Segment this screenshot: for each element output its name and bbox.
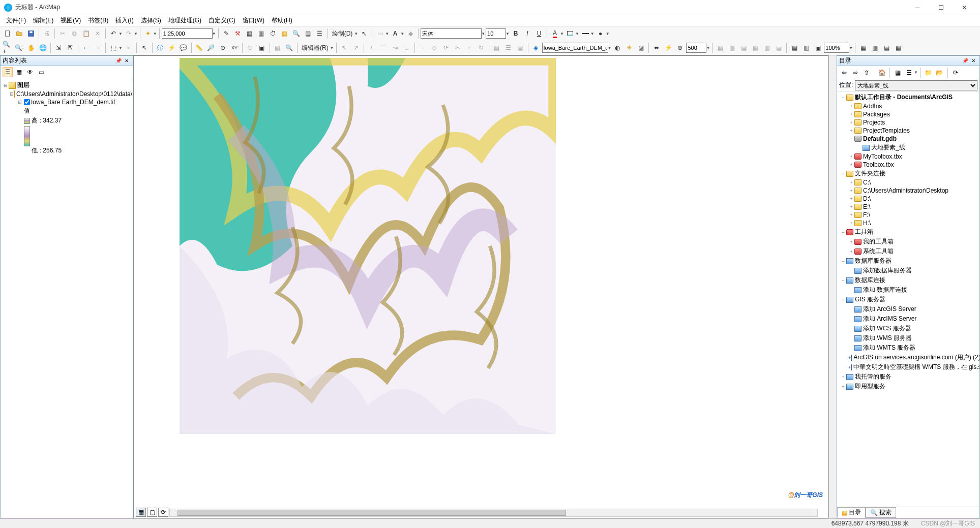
toolbox-icon[interactable]: ⚒ — [232, 28, 244, 39]
reviewer3-icon[interactable]: ▤ — [881, 42, 892, 53]
geo3-icon[interactable]: ▤ — [738, 42, 749, 53]
catalog-item[interactable]: +我托管的服务 — [838, 372, 978, 382]
point-icon[interactable]: · — [417, 42, 428, 53]
print-button[interactable]: 🖨 — [41, 28, 52, 39]
select-arrow-button[interactable]: ↖ — [139, 42, 150, 53]
cat-back-icon[interactable]: ⇦ — [839, 68, 849, 78]
maximize-button[interactable]: ☐ — [929, 0, 953, 15]
toc-pin-icon[interactable]: 📌 — [114, 57, 123, 65]
trace-icon[interactable]: ↝ — [390, 42, 401, 53]
undo-button[interactable]: ↶ — [108, 28, 119, 39]
toc-path[interactable]: C:\Users\Administrator\Desktop\0112\data… — [16, 90, 132, 98]
catalog-item[interactable]: +Packages — [838, 110, 978, 118]
catalog-item[interactable]: +中華文明之時空基礎架構 WMTS 服務，在 gis.sinica.edu.tw — [838, 362, 978, 372]
overview-icon[interactable]: ▦ — [272, 42, 283, 53]
toc-icon[interactable]: ☰ — [314, 28, 325, 39]
catalog-item[interactable]: 大地要素_线 — [838, 143, 978, 152]
fixed-zoom-out-icon[interactable]: ⇱ — [65, 42, 76, 53]
data-view-tab[interactable]: ▦ — [136, 508, 146, 517]
magnifier-icon[interactable]: 🔍 — [284, 42, 295, 53]
catalog-item[interactable]: +AddIns — [838, 102, 978, 110]
cut-polygon-icon[interactable]: ✂ — [452, 42, 463, 53]
create-viewer-icon[interactable]: ▣ — [256, 42, 268, 53]
find-button[interactable]: 🔎 — [205, 42, 217, 53]
catalog-item[interactable]: +ArcGIS on services.arcgisonline.com (用户… — [838, 353, 978, 362]
geo2-icon[interactable]: ▥ — [726, 42, 737, 53]
catalog-item[interactable]: +我的工具箱 — [838, 237, 978, 246]
forward-button[interactable]: → — [92, 42, 103, 53]
copy-button[interactable]: ⧉ — [69, 28, 80, 39]
reviewer4-icon[interactable]: ▦ — [893, 42, 904, 53]
geo4-icon[interactable]: ▦ — [750, 42, 761, 53]
delete-button[interactable]: ✕ — [92, 28, 103, 39]
split-tool-icon[interactable]: ⑂ — [464, 42, 475, 53]
font-color-button[interactable]: A — [549, 28, 560, 39]
reviewer2-icon[interactable]: ▥ — [869, 42, 880, 53]
font-size-combo[interactable] — [486, 28, 506, 39]
flicker-rate-input[interactable] — [686, 43, 706, 53]
effect-layer-icon[interactable]: ◈ — [530, 42, 542, 53]
catalog-item[interactable]: +E:\ — [838, 203, 978, 211]
goto-xy-button[interactable]: XY — [229, 42, 240, 53]
catalog-tab[interactable]: ▦目录 — [837, 507, 866, 518]
map-vscroll[interactable] — [828, 55, 837, 518]
python-icon[interactable]: ▦ — [244, 28, 255, 39]
html-popup-icon[interactable]: 💬 — [178, 42, 189, 53]
catalog-item[interactable]: −工具箱 — [838, 227, 978, 237]
editor-label[interactable]: 编辑器(R) — [300, 44, 331, 52]
layout-view-tab[interactable]: ▢ — [147, 508, 157, 517]
geo6-icon[interactable]: ▤ — [773, 42, 784, 53]
catalog-tree[interactable]: −默认工作目录 - Documents\ArcGIS+AddIns+Packag… — [837, 91, 979, 507]
arc-segment-icon[interactable]: ⌒ — [378, 42, 389, 53]
catalog-item[interactable]: +H:\ — [838, 219, 978, 227]
cat-fwd-icon[interactable]: ⇨ — [850, 68, 860, 78]
map-view[interactable]: @刘一哥GIS ▦ ▢ ⟳ ‖ — [133, 55, 828, 518]
search-tab[interactable]: 🔍搜索 — [866, 507, 896, 518]
scale-combo[interactable] — [162, 28, 213, 39]
rectangle-tool[interactable]: ▭ — [374, 28, 385, 39]
catalog-item[interactable]: +Projects — [838, 118, 978, 127]
catalog-item[interactable]: −GIS 服务器 — [838, 295, 978, 304]
flicker-button[interactable]: ⚡ — [663, 42, 674, 53]
marker-color-button[interactable]: ● — [595, 28, 606, 39]
editor-toolbar-icon[interactable]: ✎ — [221, 28, 232, 39]
measure-button[interactable]: 📏 — [194, 42, 205, 53]
cat-toggle-icon[interactable]: ▦ — [893, 68, 903, 78]
catalog-item[interactable]: 添加数据库服务器 — [838, 266, 978, 275]
underline-button[interactable]: U — [533, 28, 545, 39]
pan-button[interactable]: ✋ — [25, 42, 37, 53]
geo1-icon[interactable]: ▦ — [715, 42, 726, 53]
menu-item[interactable]: 文件(F) — [3, 15, 29, 26]
bold-button[interactable]: B — [510, 28, 521, 39]
edit-annotation-icon[interactable]: ↗ — [350, 42, 362, 53]
catalog-item[interactable]: 添加 WMS 服务器 — [838, 333, 978, 343]
catalog-item[interactable]: 添加 ArcGIS Server — [838, 304, 978, 314]
cat-disconnect-folder-icon[interactable]: 📂 — [935, 68, 945, 78]
catalog-item[interactable]: 添加 ArcIMS Server — [838, 314, 978, 324]
add-data-button[interactable]: ✦ — [142, 28, 154, 39]
cat-tree-icon[interactable]: ☰ — [904, 68, 914, 78]
menu-item[interactable]: 书签(B) — [85, 15, 111, 26]
list-by-selection[interactable]: ▭ — [36, 67, 46, 77]
full-extent-button[interactable]: 🌐 — [37, 42, 48, 53]
catalog-item[interactable]: −默认工作目录 - Documents\ArcGIS — [838, 92, 978, 102]
select-element-button[interactable]: ↖ — [359, 28, 370, 39]
reshape-icon[interactable]: ⟳ — [440, 42, 452, 53]
back-button[interactable]: ← — [80, 42, 92, 53]
edit-vertices2-icon[interactable]: ◇ — [429, 42, 440, 53]
font-combo[interactable] — [421, 28, 482, 39]
catalog-item[interactable]: −数据库服务器 — [838, 256, 978, 266]
effect-layer-combo[interactable] — [542, 43, 608, 53]
menu-item[interactable]: 帮助(H) — [269, 15, 295, 26]
catalog-item[interactable]: −数据库连接 — [838, 275, 978, 285]
catalog-item[interactable]: 添加 WCS 服务器 — [838, 324, 978, 333]
catalog-item[interactable]: +D:\ — [838, 195, 978, 203]
create-features-icon[interactable]: ▤ — [515, 42, 526, 53]
layout-pan-icon[interactable]: ▣ — [812, 42, 823, 53]
time-slider-icon[interactable]: ⏱ — [268, 28, 279, 39]
rotate-icon[interactable]: ↻ — [476, 42, 487, 53]
contrast-button[interactable]: ◐ — [612, 42, 623, 53]
menu-item[interactable]: 编辑(E) — [30, 15, 56, 26]
catalog-item[interactable]: +C:\ — [838, 178, 978, 187]
fill-color-button[interactable] — [565, 28, 576, 39]
